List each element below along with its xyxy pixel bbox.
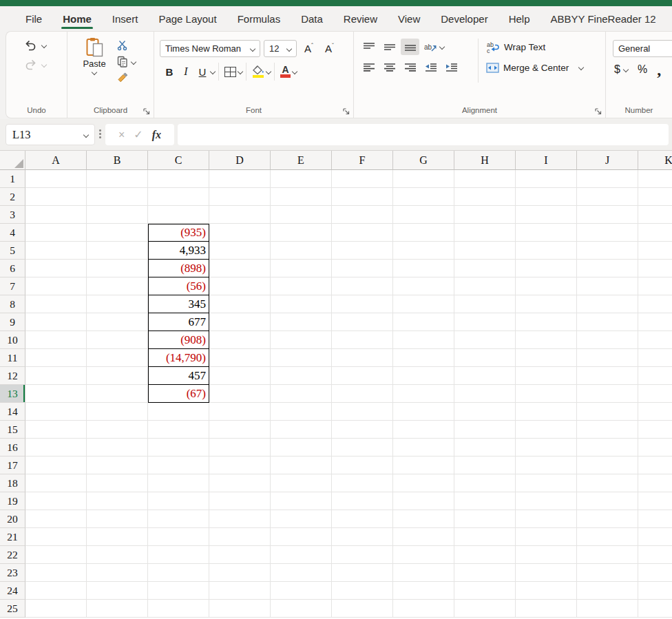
row-header-14[interactable]: 14 bbox=[0, 403, 25, 421]
cell-F20[interactable] bbox=[332, 510, 393, 528]
cell-A12[interactable] bbox=[25, 367, 87, 385]
cell-J1[interactable] bbox=[577, 170, 638, 188]
cell-D12[interactable] bbox=[209, 367, 271, 385]
cell-K17[interactable] bbox=[638, 457, 672, 474]
cell-A3[interactable] bbox=[25, 206, 87, 224]
number-format-combobox[interactable]: General bbox=[613, 40, 672, 57]
cell-I2[interactable] bbox=[516, 188, 577, 206]
align-middle-button[interactable] bbox=[380, 39, 399, 55]
row-header-8[interactable]: 8 bbox=[0, 295, 25, 313]
menu-tab-view[interactable]: View bbox=[388, 6, 430, 31]
cell-B21[interactable] bbox=[87, 528, 148, 546]
cell-E3[interactable] bbox=[271, 206, 332, 224]
cell-G6[interactable] bbox=[393, 260, 454, 277]
cell-K5[interactable] bbox=[638, 242, 672, 260]
cell-K16[interactable] bbox=[638, 439, 672, 457]
cell-G13[interactable] bbox=[393, 385, 454, 403]
cell-B10[interactable] bbox=[87, 331, 148, 349]
cell-I24[interactable] bbox=[516, 582, 577, 600]
cell-D19[interactable] bbox=[209, 492, 271, 510]
cell-E20[interactable] bbox=[271, 510, 332, 528]
align-left-button[interactable] bbox=[359, 59, 378, 76]
cell-B14[interactable] bbox=[87, 403, 148, 421]
cell-B6[interactable] bbox=[87, 260, 148, 277]
cut-button[interactable] bbox=[117, 40, 127, 51]
cell-I14[interactable] bbox=[516, 403, 577, 421]
cell-J13[interactable] bbox=[577, 385, 638, 403]
font-size-combobox[interactable]: 12 bbox=[264, 40, 297, 57]
cell-G14[interactable] bbox=[393, 403, 454, 421]
cell-J14[interactable] bbox=[577, 403, 638, 421]
cell-C12[interactable]: 457 bbox=[148, 367, 209, 385]
cell-I16[interactable] bbox=[516, 439, 577, 457]
column-header-J[interactable]: J bbox=[577, 151, 638, 170]
cell-H9[interactable] bbox=[454, 313, 516, 331]
cell-H5[interactable] bbox=[454, 242, 516, 260]
cell-J11[interactable] bbox=[577, 349, 638, 367]
font-dialog-launcher[interactable] bbox=[343, 108, 350, 115]
cell-H18[interactable] bbox=[454, 474, 516, 492]
cell-J5[interactable] bbox=[577, 242, 638, 260]
column-header-E[interactable]: E bbox=[271, 151, 332, 170]
cell-K13[interactable] bbox=[638, 385, 672, 403]
cell-F25[interactable] bbox=[332, 600, 393, 618]
cell-H20[interactable] bbox=[454, 510, 516, 528]
cell-G5[interactable] bbox=[393, 242, 454, 260]
redo-dropdown-chevron-icon[interactable] bbox=[41, 62, 47, 67]
format-painter-button[interactable] bbox=[117, 72, 129, 83]
cell-J7[interactable] bbox=[577, 277, 638, 295]
row-header-10[interactable]: 10 bbox=[0, 331, 25, 349]
row-header-13[interactable]: 13 bbox=[0, 385, 25, 403]
cell-I4[interactable] bbox=[516, 224, 577, 242]
row-header-2[interactable]: 2 bbox=[0, 188, 25, 206]
font-family-combobox[interactable]: Times New Roman bbox=[160, 40, 260, 57]
menu-tab-data[interactable]: Data bbox=[291, 6, 333, 31]
increase-font-size-button[interactable]: Aˆ bbox=[300, 40, 317, 57]
row-header-11[interactable]: 11 bbox=[0, 349, 25, 367]
cell-E16[interactable] bbox=[271, 439, 332, 457]
percent-style-button[interactable]: % bbox=[638, 63, 647, 76]
decrease-font-size-button[interactable]: Aˇ bbox=[321, 40, 338, 57]
redo-button[interactable] bbox=[24, 59, 37, 70]
cell-I11[interactable] bbox=[516, 349, 577, 367]
cell-H13[interactable] bbox=[454, 385, 516, 403]
cell-E2[interactable] bbox=[271, 188, 332, 206]
cell-C7[interactable]: (56) bbox=[148, 277, 209, 295]
cell-J9[interactable] bbox=[577, 313, 638, 331]
cell-D8[interactable] bbox=[209, 295, 271, 313]
cell-G24[interactable] bbox=[393, 582, 454, 600]
select-all-button[interactable] bbox=[0, 151, 25, 170]
cell-J10[interactable] bbox=[577, 331, 638, 349]
cell-G16[interactable] bbox=[393, 439, 454, 457]
cell-K20[interactable] bbox=[638, 510, 672, 528]
cell-J4[interactable] bbox=[577, 224, 638, 242]
cell-G20[interactable] bbox=[393, 510, 454, 528]
menu-tab-abbyy-finereader-12[interactable]: ABBYY FineReader 12 bbox=[540, 6, 666, 31]
cell-F18[interactable] bbox=[332, 474, 393, 492]
row-header-23[interactable]: 23 bbox=[0, 564, 25, 582]
cell-F7[interactable] bbox=[332, 277, 393, 295]
cell-I8[interactable] bbox=[516, 295, 577, 313]
cell-G3[interactable] bbox=[393, 206, 454, 224]
cell-F4[interactable] bbox=[332, 224, 393, 242]
formula-input[interactable] bbox=[178, 124, 669, 145]
cell-K21[interactable] bbox=[638, 528, 672, 546]
cell-B5[interactable] bbox=[87, 242, 148, 260]
cell-K3[interactable] bbox=[638, 206, 672, 224]
cell-A2[interactable] bbox=[25, 188, 87, 206]
cell-E5[interactable] bbox=[271, 242, 332, 260]
cell-I21[interactable] bbox=[516, 528, 577, 546]
cell-H23[interactable] bbox=[454, 564, 516, 582]
cell-B19[interactable] bbox=[87, 492, 148, 510]
cell-E21[interactable] bbox=[271, 528, 332, 546]
formula-bar-grip[interactable] bbox=[99, 129, 101, 138]
cell-B8[interactable] bbox=[87, 295, 148, 313]
cell-B18[interactable] bbox=[87, 474, 148, 492]
menu-tab-file[interactable]: File bbox=[15, 6, 52, 31]
cell-I9[interactable] bbox=[516, 313, 577, 331]
cell-E15[interactable] bbox=[271, 421, 332, 439]
row-header-1[interactable]: 1 bbox=[0, 170, 25, 188]
cell-J24[interactable] bbox=[577, 582, 638, 600]
cell-K25[interactable] bbox=[638, 600, 672, 618]
accounting-format-button[interactable]: $ bbox=[614, 63, 628, 76]
